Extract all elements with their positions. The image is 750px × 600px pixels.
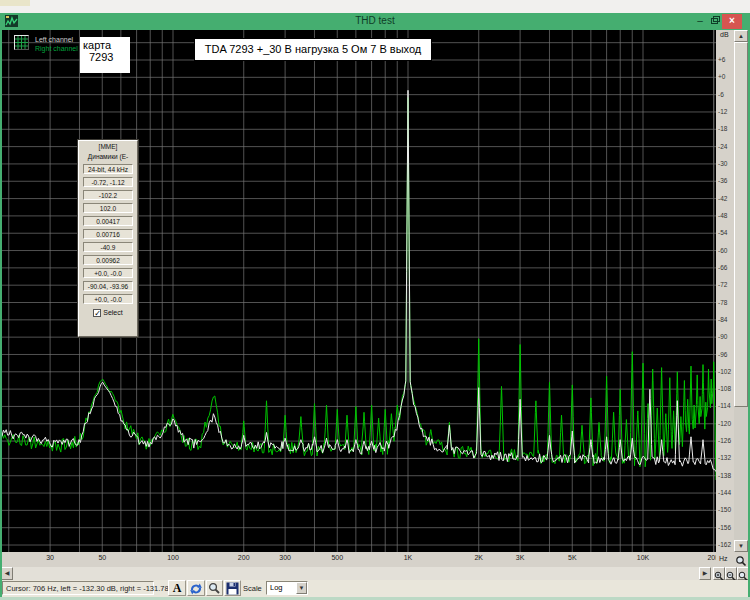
db-tick-label: -114: [716, 402, 732, 409]
freq-tick-label: 100: [167, 554, 179, 561]
db-tick-label: -60: [716, 247, 732, 254]
annotation-card-line2: 7293: [83, 51, 130, 63]
window-title: THD test: [0, 15, 750, 26]
hz-axis-unit: Hz: [719, 555, 728, 562]
legend-left-channel: Left channel: [35, 36, 73, 43]
db-tick-label: -78: [716, 299, 732, 306]
frequency-axis-labels: 30501002003005001K2K3K5K10K20K: [0, 552, 716, 567]
select-checkbox-row[interactable]: ✓ Select: [79, 309, 137, 317]
cursor-readout: Cursor: 706 Hz, left = -132.30 dB, right…: [2, 581, 154, 595]
db-tick-label: -12: [716, 108, 732, 115]
scroll-down-button[interactable]: ▼: [734, 540, 748, 552]
panel-value: -102.2: [83, 190, 133, 200]
hz-corner: Hz: [716, 552, 748, 567]
freq-tick-label: 1K: [404, 554, 413, 561]
db-axis-unit: dB: [720, 31, 729, 38]
freq-tick-label: 500: [331, 554, 343, 561]
db-tick-label: -24: [716, 143, 732, 150]
legend-grid-icon[interactable]: [14, 35, 29, 50]
select-checkbox[interactable]: ✓: [93, 309, 101, 317]
freq-tick-label: 3K: [516, 554, 525, 561]
freq-tick-label: 2K: [474, 554, 483, 561]
refresh-button[interactable]: [187, 580, 205, 596]
title-bar[interactable]: THD test – ×: [0, 13, 750, 30]
db-tick-label: -36: [716, 177, 732, 184]
save-button[interactable]: [224, 580, 241, 596]
freq-tick-label: 10K: [637, 554, 649, 561]
restore-icon: [711, 18, 718, 24]
db-tick-label: -120: [716, 420, 732, 427]
panel-rows: 24-bit, 44 kHz-0.72, -1.12-102.2102.00.0…: [79, 164, 137, 304]
zoom-button-group: [713, 567, 750, 580]
db-tick-label: -108: [716, 385, 732, 392]
db-tick-label: -6: [716, 91, 732, 98]
db-tick-label: -132: [716, 454, 732, 461]
db-tick-label: -42: [716, 195, 732, 202]
magnifier-button[interactable]: [206, 580, 223, 596]
scale-dropdown-value: Log: [270, 583, 283, 592]
db-tick-label: -66: [716, 264, 732, 271]
scale-label: Scale: [243, 584, 262, 593]
annotation-card-line1: карта: [83, 39, 130, 51]
panel-value: 0.00716: [83, 229, 133, 239]
db-tick-label: +6: [716, 56, 732, 63]
db-tick-label: -102: [716, 368, 732, 375]
annotation-card[interactable]: карта 7293: [80, 37, 130, 73]
zoom-in-button[interactable]: [713, 567, 725, 580]
panel-header-line1: [MME]: [79, 141, 137, 151]
db-tick-label: -18: [716, 125, 732, 132]
panel-header-line2: Динамики (Е-: [79, 151, 137, 161]
panel-value: -40.9: [83, 242, 133, 252]
db-tick-label: -96: [716, 351, 732, 358]
scroll-left-button[interactable]: ◀: [1, 567, 13, 580]
window-border-left: [0, 30, 2, 597]
spectrum-plot-area[interactable]: Left channel Right channel карта 7293 TD…: [2, 30, 716, 552]
db-tick-label: -144: [716, 489, 732, 496]
desktop: THD test – × Left channel Right ch: [0, 0, 750, 600]
horizontal-scrollbar[interactable]: ◀ ▶: [0, 567, 713, 580]
db-tick-label: -150: [716, 506, 732, 513]
freq-tick-label: 50: [98, 554, 106, 561]
panel-value: -0.72, -1.12: [83, 177, 133, 187]
vertical-scrollbar[interactable]: ▲ ▼: [734, 30, 748, 552]
scale-dropdown[interactable]: Log ▼: [266, 581, 308, 595]
app-window: THD test – × Left channel Right ch: [0, 13, 750, 600]
panel-value: 102.0: [83, 203, 133, 213]
freq-tick-label: 30: [46, 554, 54, 561]
scroll-up-button[interactable]: ▲: [734, 30, 748, 42]
scroll-right-button[interactable]: ▶: [699, 567, 711, 580]
panel-value: +0.0, -0.0: [83, 294, 133, 304]
zoom-out-button[interactable]: [725, 567, 737, 580]
db-tick-label: -138: [716, 472, 732, 479]
freq-tick-label: 200: [238, 554, 250, 561]
panel-value: 0.00417: [83, 216, 133, 226]
select-checkbox-label: Select: [103, 309, 122, 316]
restore-button[interactable]: [708, 14, 721, 29]
db-tick-label: -54: [716, 229, 732, 236]
db-tick-label: +0: [716, 73, 732, 80]
measurement-panel[interactable]: [MME] Динамики (Е- 24-bit, 44 kHz-0.72, …: [78, 140, 138, 337]
vertical-scrollbar-thumb[interactable]: [734, 42, 748, 407]
status-bar: Cursor: 706 Hz, left = -132.30 dB, right…: [0, 580, 750, 597]
annotation-note[interactable]: TDA 7293 +_30 В нагрузка 5 Ом 7 В выход: [194, 38, 432, 61]
panel-value: 0.00962: [83, 255, 133, 265]
db-tick-label: -48: [716, 212, 732, 219]
text-annotation-button[interactable]: A: [168, 580, 186, 596]
minimize-button[interactable]: –: [694, 14, 706, 29]
db-tick-label: -90: [716, 333, 732, 340]
db-tick-label: -84: [716, 316, 732, 323]
freq-tick-label: 300: [279, 554, 291, 561]
db-tick-label: -156: [716, 524, 732, 531]
db-tick-label: -126: [716, 437, 732, 444]
panel-value: +0.0, -0.0: [83, 268, 133, 278]
panel-value: -90.04, -93.96: [83, 281, 133, 291]
chevron-down-icon[interactable]: ▼: [296, 582, 307, 594]
desktop-artifact: [0, 0, 30, 6]
panel-value: 24-bit, 44 kHz: [83, 164, 133, 174]
db-tick-label: -30: [716, 160, 732, 167]
db-tick-label: -72: [716, 281, 732, 288]
close-button[interactable]: ×: [722, 14, 742, 29]
db-tick-label: -162: [716, 541, 732, 548]
db-axis-labels: dB +6+0-6-12-18-24-30-36-42-48-54-60-66-…: [716, 30, 734, 552]
freq-tick-label: 5K: [568, 554, 577, 561]
